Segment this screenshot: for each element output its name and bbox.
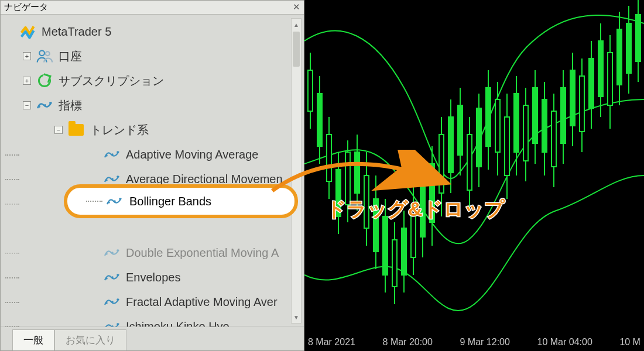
svg-point-1: [46, 51, 50, 56]
tree-indicators[interactable]: − 指標: [5, 93, 291, 118]
svg-point-20: [105, 302, 108, 304]
tree-indicators-label: 指標: [59, 98, 82, 113]
tab-favorites[interactable]: お気に入り: [54, 329, 126, 350]
close-icon[interactable]: ✕: [291, 2, 302, 12]
tree-accounts[interactable]: + 口座: [5, 44, 291, 68]
svg-point-5: [105, 154, 108, 157]
svg-point-15: [111, 252, 114, 254]
refresh-icon: [36, 73, 53, 89]
navigator-title-bar: ナビゲータ ✕: [1, 1, 304, 15]
x-tick: 8 Mar 2021: [308, 337, 355, 347]
tree-root-label: MetaTrader 5: [42, 25, 111, 39]
svg-point-10: [117, 176, 119, 178]
svg-rect-98: [626, 23, 631, 73]
navigator-tabs: 一般 お気に入り: [1, 327, 304, 350]
expander-minus-icon[interactable]: −: [23, 101, 31, 109]
svg-point-0: [39, 50, 44, 56]
tree-subscription[interactable]: + サブスクリプション: [5, 68, 291, 93]
tree-trend-label: トレンド系: [90, 122, 149, 138]
expander-plus-icon[interactable]: +: [23, 52, 31, 60]
indicator-item-dema[interactable]: Double Exponential Moving A: [5, 240, 291, 265]
indicator-item-env[interactable]: Envelopes: [5, 265, 291, 290]
indicator-item-ikh[interactable]: Ichimoku Kinko Hyo: [5, 314, 291, 327]
svg-rect-64: [467, 135, 472, 190]
indicator-item-bollinger-bands[interactable]: Bollinger Bands: [64, 184, 298, 218]
expander-plus-icon[interactable]: +: [23, 77, 31, 85]
tab-general[interactable]: 一般: [12, 329, 54, 350]
tree-subscription-label: サブスクリプション: [59, 73, 164, 89]
svg-rect-60: [448, 117, 453, 173]
svg-rect-32: [317, 94, 322, 146]
app-icon: [19, 23, 36, 40]
svg-point-22: [117, 298, 119, 301]
svg-rect-50: [402, 228, 406, 275]
navigator-panel: ナビゲータ ✕ MetaTrader 5 + 口座 + サブスクリプション −: [0, 0, 304, 351]
expander-minus-icon[interactable]: −: [54, 126, 63, 134]
svg-rect-100: [636, 15, 640, 61]
chart-area[interactable]: 8 Mar 2021 8 Mar 20:00 9 Mar 12:00 10 Ma…: [304, 0, 644, 351]
svg-rect-88: [580, 76, 584, 132]
svg-point-2: [38, 105, 40, 108]
tree-trend-folder[interactable]: − トレンド系: [5, 118, 291, 142]
indicator-icon: [104, 294, 120, 310]
indicator-label: Fractal Adaptive Moving Aver: [126, 295, 278, 309]
svg-rect-30: [308, 70, 313, 111]
svg-rect-96: [617, 29, 622, 85]
svg-rect-80: [542, 99, 547, 152]
svg-point-26: [108, 201, 110, 204]
x-tick: 10 M: [619, 337, 640, 347]
svg-point-18: [111, 276, 114, 278]
svg-point-14: [105, 253, 108, 255]
indicator-icon: [104, 269, 120, 285]
svg-rect-74: [514, 94, 519, 152]
scroll-down-icon[interactable]: ▼: [292, 311, 301, 323]
indicator-item-ama[interactable]: Adaptive Moving Average: [5, 142, 291, 167]
svg-rect-68: [486, 88, 491, 146]
svg-rect-94: [608, 53, 612, 105]
svg-rect-90: [589, 58, 594, 108]
svg-rect-82: [551, 111, 556, 167]
svg-rect-40: [355, 152, 359, 193]
x-tick: 8 Mar 20:00: [383, 337, 433, 347]
svg-rect-58: [439, 135, 444, 193]
indicator-icon: [36, 97, 53, 113]
svg-rect-86: [570, 70, 575, 126]
accounts-icon: [36, 48, 53, 64]
svg-point-28: [119, 198, 121, 200]
svg-rect-34: [327, 135, 331, 181]
svg-point-6: [111, 153, 114, 156]
svg-rect-92: [598, 41, 603, 97]
svg-point-21: [111, 301, 114, 303]
tree-root-metatrader[interactable]: MetaTrader 5: [5, 19, 291, 44]
scroll-thumb[interactable]: [293, 32, 300, 67]
svg-rect-76: [523, 105, 528, 161]
svg-point-27: [114, 200, 116, 202]
svg-point-8: [105, 179, 108, 181]
scroll-up-icon[interactable]: ▲: [292, 19, 301, 30]
svg-rect-78: [533, 88, 537, 143]
indicator-label: Adaptive Moving Average: [126, 148, 258, 161]
candlestick-chart: [304, 0, 644, 351]
svg-rect-46: [383, 216, 388, 275]
indicator-label: Envelopes: [126, 271, 180, 284]
indicator-item-fama[interactable]: Fractal Adaptive Moving Aver: [5, 290, 291, 314]
x-tick: 10 Mar 04:00: [537, 337, 592, 347]
svg-rect-48: [392, 240, 397, 287]
navigator-title: ナビゲータ: [4, 2, 48, 13]
indicator-label: Bollinger Bands: [129, 195, 211, 208]
drag-drop-label: ドラッグ&ドロップ: [326, 196, 505, 223]
svg-point-9: [111, 178, 114, 180]
navigator-tree: MetaTrader 5 + 口座 + サブスクリプション − 指標 − トレン…: [1, 15, 291, 327]
x-tick: 9 Mar 12:00: [460, 337, 510, 347]
chart-x-axis: 8 Mar 2021 8 Mar 20:00 9 Mar 12:00 10 Ma…: [304, 337, 644, 347]
svg-point-7: [117, 151, 119, 153]
svg-rect-66: [477, 108, 481, 167]
folder-icon: [68, 122, 84, 138]
svg-rect-84: [561, 88, 566, 143]
svg-point-3: [44, 104, 46, 106]
vertical-scrollbar[interactable]: ▲ ▼: [291, 18, 302, 324]
svg-rect-72: [505, 117, 509, 176]
indicator-label: Double Exponential Moving A: [126, 246, 279, 260]
svg-rect-70: [495, 99, 500, 152]
svg-rect-62: [458, 105, 463, 155]
